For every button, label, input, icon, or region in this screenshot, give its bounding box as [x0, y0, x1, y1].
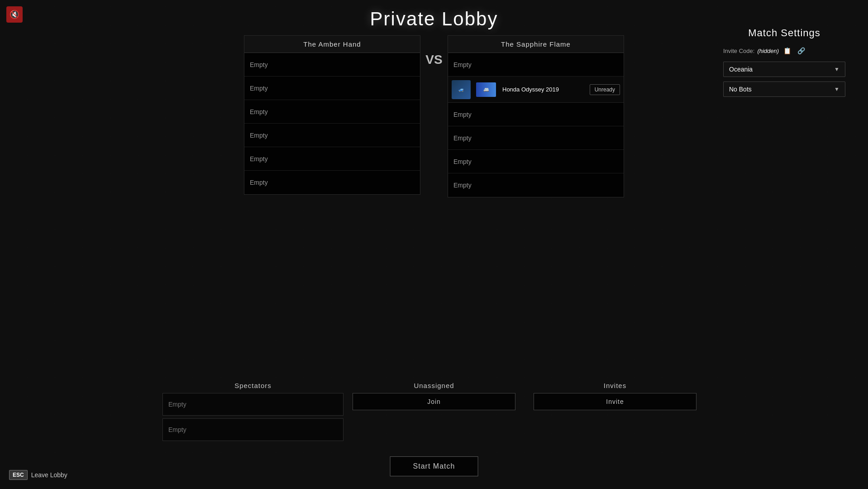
team-left-slot-1[interactable]: Empty — [244, 53, 420, 77]
invite-code-value: (hidden) — [757, 48, 779, 54]
player-info: Honda Odyssey 2019 — [500, 86, 586, 93]
bottom-area: Spectators Empty Empty Unassigned Join I… — [0, 382, 868, 444]
share-invite-button[interactable]: 🔗 — [796, 46, 807, 55]
match-settings-panel: Match Settings Invite Code: (hidden) 📋 🔗… — [723, 27, 845, 101]
bots-dropdown-arrow: ▼ — [834, 86, 839, 92]
unassigned-panel: Unassigned Join — [343, 382, 525, 444]
spectators-panel: Spectators Empty Empty — [162, 382, 343, 444]
team-right-panel: The Sapphire Flame Empty 🚙 🚐 Honda Odyss… — [448, 35, 624, 197]
start-match-area: Start Match — [390, 456, 478, 476]
spectator-slot-2[interactable]: Empty — [162, 418, 343, 441]
region-dropdown[interactable]: Oceania ▼ — [723, 62, 845, 77]
invite-code-row: Invite Code: (hidden) 📋 🔗 — [723, 46, 845, 55]
invites-panel: Invites Invite — [525, 382, 706, 444]
team-left-slot-5[interactable]: Empty — [244, 147, 420, 171]
team-right-slot-1[interactable]: Empty — [448, 53, 624, 77]
invite-button[interactable]: Invite — [534, 393, 696, 410]
team-left-name: The Amber Hand — [244, 36, 420, 53]
player-car-thumbnail: 🚐 — [476, 82, 496, 97]
team-right-slot-4[interactable]: Empty — [448, 126, 624, 150]
region-dropdown-arrow: ▼ — [834, 66, 839, 72]
mute-icon[interactable]: 🔇 — [6, 6, 23, 23]
team-left-slot-4[interactable]: Empty — [244, 124, 420, 147]
esc-badge: ESC — [9, 470, 28, 480]
region-selected: Oceania — [729, 66, 753, 73]
page-title: Private Lobby — [0, 0, 868, 30]
vs-separator: VS — [420, 35, 448, 67]
team-right-slot-2[interactable]: 🚙 🚐 Honda Odyssey 2019 Unready — [448, 77, 624, 103]
leave-lobby-label[interactable]: Leave Lobby — [31, 471, 67, 479]
match-settings-title: Match Settings — [723, 27, 845, 39]
invites-title: Invites — [604, 382, 626, 389]
team-right-slot-6[interactable]: Empty — [448, 173, 624, 197]
team-right-slot-5[interactable]: Empty — [448, 150, 624, 173]
invite-code-label: Invite Code: — [723, 48, 754, 54]
spectator-slot-1[interactable]: Empty — [162, 393, 343, 416]
unready-button[interactable]: Unready — [590, 84, 620, 95]
team-right-slot-3[interactable]: Empty — [448, 103, 624, 126]
team-right-name: The Sapphire Flame — [448, 36, 624, 53]
start-match-button[interactable]: Start Match — [390, 456, 478, 476]
team-left-slot-3[interactable]: Empty — [244, 100, 420, 124]
leave-lobby-area: ESC Leave Lobby — [9, 470, 67, 480]
unassigned-title: Unassigned — [414, 382, 454, 389]
join-button[interactable]: Join — [353, 393, 515, 410]
player-team-avatar: 🚙 — [452, 80, 471, 99]
team-left-slot-2[interactable]: Empty — [244, 77, 420, 100]
bots-selected: No Bots — [729, 86, 752, 93]
copy-invite-button[interactable]: 📋 — [782, 46, 793, 55]
spectators-title: Spectators — [162, 382, 343, 389]
bots-dropdown[interactable]: No Bots ▼ — [723, 82, 845, 97]
team-left-panel: The Amber Hand Empty Empty Empty Empty E… — [244, 35, 420, 195]
player-car-name: Honda Odyssey 2019 — [502, 86, 583, 93]
team-left-slot-6[interactable]: Empty — [244, 171, 420, 194]
